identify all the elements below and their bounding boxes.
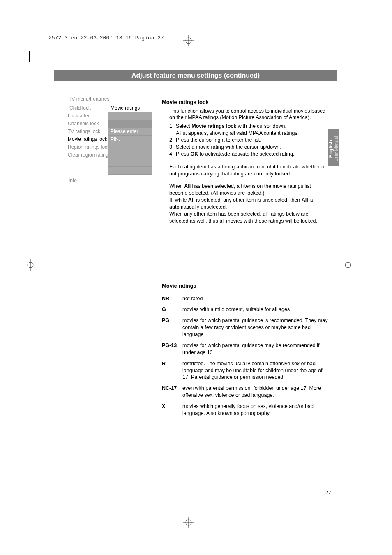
rating-row-nc17: NC-17 even with parental permission, for… [162,385,330,399]
registration-mark-right [342,259,354,271]
menu-right-msg-a: Please enter your [108,128,152,136]
print-job-text: 2572.3 en 22-03-2007 13:16 Pagina 27 [48,35,164,41]
registration-mark-bottom [183,517,194,528]
menu-right-blank-4 [108,151,152,159]
body-heading: Movie ratings lock [162,99,326,106]
menu-right-blank-6 [108,167,152,175]
menu-right-blank-2 [108,120,152,128]
menu-item-empty-1 [65,159,108,167]
crop-mark-tl [29,51,40,62]
rating-row-r: R restricted. The movies usually contain… [162,360,330,381]
section-title-bar: Adjust feature menu settings (continued) [54,70,337,81]
menu-right-blank-1 [108,112,152,120]
page-number: 27 [325,490,331,495]
menu-item-tv-ratings-lock: TV ratings lock [65,128,108,136]
step-4: Press OK to activate/de-activate the sel… [175,151,326,158]
rating-row-nr: NR not rated [162,295,330,302]
menu-item-movie-ratings-lock: Movie ratings lock [65,136,108,143]
menu-item-clear-region-ratings: Clear region ratings [65,151,108,159]
language-side-tab: English User Manual [328,129,339,166]
menu-item-empty-2 [65,167,108,175]
menu-item-child-lock: Child lock [65,104,108,112]
registration-mark-top [183,35,194,46]
rating-row-pg: PG movies for which parental guidance is… [162,317,330,338]
body-intro: This function allows you to control acce… [162,108,326,122]
menu-item-lock-after: Lock after [65,112,108,120]
print-job-header: 2572.3 en 22-03-2007 13:16 Pagina 27 [48,35,164,41]
menu-right-label: Movie ratings lock [108,104,152,112]
menu-right-blank-5 [108,159,152,167]
side-tab-language: English [328,134,334,164]
step-3: Select a movie rating with the cursor up… [175,144,326,151]
registration-mark-left [25,259,36,271]
rating-row-pg13: PG-13 movies for which parental guidance… [162,342,330,356]
side-tab-subtitle: User Manual [334,134,339,164]
note-1: Each rating item has a box-graphic in fr… [162,164,326,177]
menu-item-channels-lock: Channels lock [65,120,108,128]
rating-row-x: X movies which generally focus on sex, v… [162,403,330,417]
step-2: Press the cursor right to enter the list… [175,137,326,144]
menu-item-region-ratings-lock: Region ratings lock [65,143,108,151]
step-1: Select Movie ratings lock with the curso… [175,123,326,137]
body-steps-list: Select Movie ratings lock with the curso… [168,123,326,157]
ratings-heading: Movie ratings [162,282,330,290]
menu-info-label: Info [65,175,152,184]
body-text-block: Movie ratings lock This function allows … [162,99,326,225]
movie-ratings-section: Movie ratings NR not rated G movies with… [162,282,330,421]
section-title: Adjust feature menu settings (continued) [131,72,260,79]
rating-row-g: G movies with a mild content, suitable f… [162,306,330,313]
tv-menu-panel: TV menu/Features Child lock Movie rating… [65,94,152,184]
menu-right-msg-b: PIN. [108,136,152,143]
tv-menu-header: TV menu/Features [65,94,152,104]
menu-right-blank-3 [108,143,152,151]
note-2: When All has been selected, all items on… [162,183,326,224]
